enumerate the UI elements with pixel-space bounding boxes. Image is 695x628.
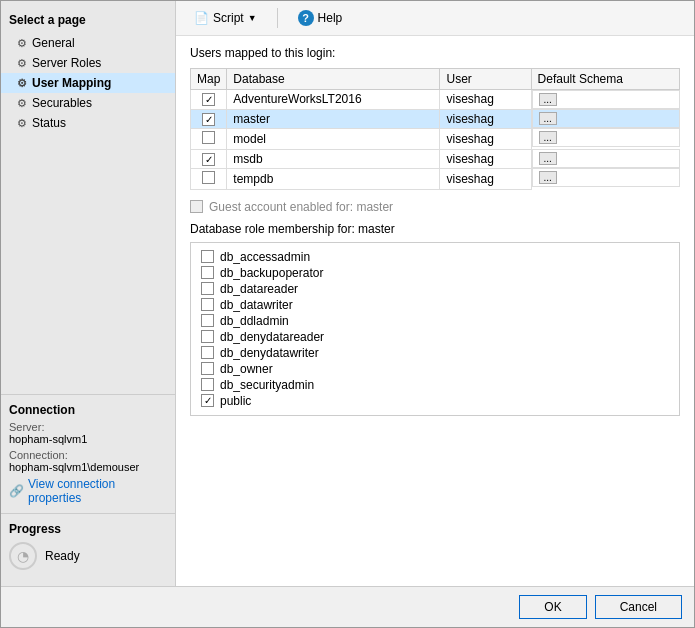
table-row[interactable]: AdventureWorksLT2016 viseshag ...	[191, 90, 680, 110]
role-checkbox-2[interactable]	[201, 282, 214, 295]
guest-label: Guest account enabled for: master	[209, 200, 393, 214]
connection-label: Connection:	[9, 449, 167, 461]
schema-ellipsis-4[interactable]: ...	[539, 171, 557, 184]
dialog-footer: OK Cancel	[1, 586, 694, 627]
nav-item-user-mapping[interactable]: ⚙ User Mapping	[1, 73, 175, 93]
connection-title: Connection	[9, 403, 167, 417]
row-checkbox-4[interactable]	[202, 171, 215, 184]
row-database-2: model	[227, 128, 440, 149]
role-checkbox-7[interactable]	[201, 362, 214, 375]
securables-icon: ⚙	[17, 97, 27, 110]
role-label-5: db_denydatareader	[220, 330, 324, 344]
progress-title: Progress	[9, 522, 167, 536]
script-icon: 📄	[194, 11, 209, 25]
col-map: Map	[191, 69, 227, 90]
col-user: User	[440, 69, 531, 90]
role-checkbox-3[interactable]	[201, 298, 214, 311]
row-user-0: viseshag	[440, 90, 531, 110]
row-checkbox-3[interactable]	[202, 153, 215, 166]
help-button[interactable]: ? Help	[290, 7, 351, 29]
row-schema-2: ...	[532, 128, 680, 147]
table-row[interactable]: model viseshag ...	[191, 128, 680, 149]
role-label-0: db_accessadmin	[220, 250, 310, 264]
users-mapped-label: Users mapped to this login:	[190, 46, 680, 60]
role-item: db_datareader	[201, 281, 669, 297]
schema-ellipsis-0[interactable]: ...	[539, 93, 557, 106]
table-row[interactable]: tempdb viseshag ...	[191, 168, 680, 189]
row-user-1: viseshag	[440, 109, 531, 128]
role-label-1: db_backupoperator	[220, 266, 323, 280]
script-dropdown-arrow: ▼	[248, 13, 257, 23]
role-item: db_datawriter	[201, 297, 669, 313]
role-label-8: db_securityadmin	[220, 378, 314, 392]
role-item: db_denydatareader	[201, 329, 669, 345]
nav-menu: ⚙ General ⚙ Server Roles ⚙ User Mapping …	[1, 33, 175, 133]
schema-ellipsis-3[interactable]: ...	[539, 152, 557, 165]
user-mapping-icon: ⚙	[17, 77, 27, 90]
role-item: db_owner	[201, 361, 669, 377]
help-icon: ?	[298, 10, 314, 26]
guest-checkbox[interactable]	[190, 200, 203, 213]
role-label-2: db_datareader	[220, 282, 298, 296]
guest-section: Guest account enabled for: master	[190, 200, 680, 214]
row-user-3: viseshag	[440, 149, 531, 168]
status-icon: ⚙	[17, 117, 27, 130]
role-label-9: public	[220, 394, 251, 408]
table-row[interactable]: master viseshag ...	[191, 109, 680, 128]
script-button[interactable]: 📄 Script ▼	[186, 8, 265, 28]
chain-icon: 🔗	[9, 484, 24, 498]
role-item: db_accessadmin	[201, 249, 669, 265]
server-value: hopham-sqlvm1	[9, 433, 167, 445]
row-schema-4: ...	[532, 168, 680, 187]
cancel-button[interactable]: Cancel	[595, 595, 682, 619]
row-database-3: msdb	[227, 149, 440, 168]
role-checkbox-8[interactable]	[201, 378, 214, 391]
role-item: db_securityadmin	[201, 377, 669, 393]
row-schema-1: ...	[532, 109, 680, 128]
progress-section: Progress ◔ Ready	[1, 513, 175, 578]
select-page-title: Select a page	[1, 9, 175, 33]
role-label-6: db_denydatawriter	[220, 346, 319, 360]
connection-value: hopham-sqlvm1\demouser	[9, 461, 167, 473]
role-checkbox-4[interactable]	[201, 314, 214, 327]
row-schema-3: ...	[532, 149, 680, 168]
col-database: Database	[227, 69, 440, 90]
progress-status: Ready	[45, 549, 80, 563]
role-item: db_backupoperator	[201, 265, 669, 281]
row-checkbox-1[interactable]	[202, 113, 215, 126]
nav-item-general[interactable]: ⚙ General	[1, 33, 175, 53]
nav-item-status[interactable]: ⚙ Status	[1, 113, 175, 133]
connection-section: Connection Server: hopham-sqlvm1 Connect…	[1, 394, 175, 513]
toolbar: 📄 Script ▼ ? Help	[176, 1, 694, 36]
role-item: db_ddladmin	[201, 313, 669, 329]
view-connection-props[interactable]: 🔗 View connection properties	[9, 477, 167, 505]
schema-ellipsis-1[interactable]: ...	[539, 112, 557, 125]
server-label: Server:	[9, 421, 167, 433]
users-table: Map Database User Default Schema Adventu…	[190, 68, 680, 190]
server-roles-icon: ⚙	[17, 57, 27, 70]
nav-item-server-roles[interactable]: ⚙ Server Roles	[1, 53, 175, 73]
progress-spinner: ◔	[9, 542, 37, 570]
role-checkbox-6[interactable]	[201, 346, 214, 359]
role-item: public	[201, 393, 669, 409]
role-label-4: db_ddladmin	[220, 314, 289, 328]
role-list: db_accessadmin db_backupoperator db_data…	[190, 242, 680, 416]
nav-item-securables[interactable]: ⚙ Securables	[1, 93, 175, 113]
role-checkbox-1[interactable]	[201, 266, 214, 279]
role-label-7: db_owner	[220, 362, 273, 376]
ok-button[interactable]: OK	[519, 595, 586, 619]
row-database-0: AdventureWorksLT2016	[227, 90, 440, 110]
general-icon: ⚙	[17, 37, 27, 50]
role-checkbox-5[interactable]	[201, 330, 214, 343]
content-area: Users mapped to this login: Map Database…	[176, 36, 694, 586]
table-row[interactable]: msdb viseshag ...	[191, 149, 680, 168]
row-checkbox-0[interactable]	[202, 93, 215, 106]
row-user-4: viseshag	[440, 168, 531, 189]
row-checkbox-2[interactable]	[202, 131, 215, 144]
role-checkbox-0[interactable]	[201, 250, 214, 263]
schema-ellipsis-2[interactable]: ...	[539, 131, 557, 144]
toolbar-separator	[277, 8, 278, 28]
row-database-4: tempdb	[227, 168, 440, 189]
role-item: db_denydatawriter	[201, 345, 669, 361]
role-checkbox-9[interactable]	[201, 394, 214, 407]
